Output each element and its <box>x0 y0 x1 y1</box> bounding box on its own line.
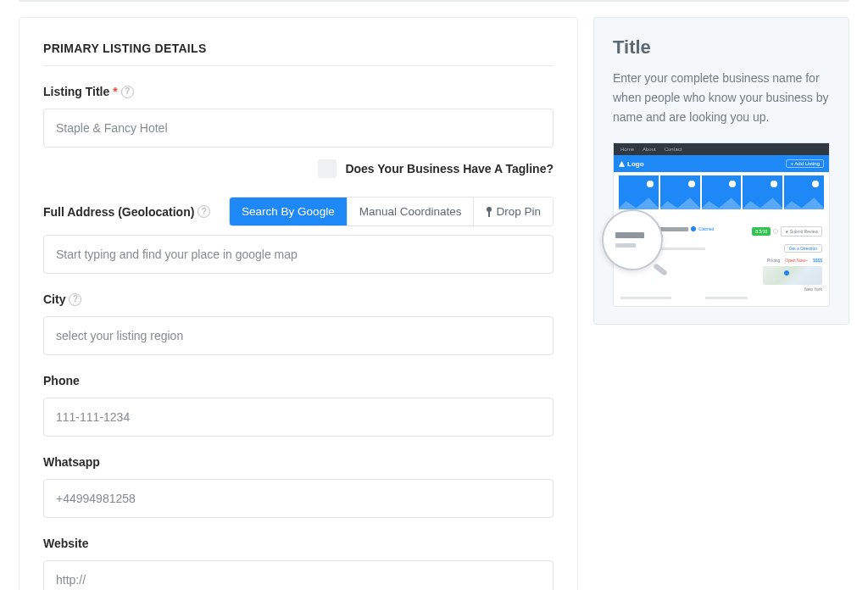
address-input[interactable] <box>43 235 554 274</box>
image-placeholder-icon <box>660 175 700 209</box>
city-label-text: City <box>43 292 65 306</box>
verified-badge-icon <box>691 226 696 231</box>
preview-illustration: HomeAboutContact Logo + Add Listing Home… <box>613 142 830 307</box>
tagline-label: Does Your Business Have A Tagline? <box>345 162 554 175</box>
help-sidebar: Title Enter your complete business name … <box>593 17 849 325</box>
illus-line <box>705 297 748 299</box>
full-address-label: Full Address (Geolocation) ? <box>43 205 210 219</box>
illus-map <box>763 266 822 285</box>
illus-add-button: + Add Listing <box>786 159 824 168</box>
field-phone: Phone <box>43 374 554 437</box>
address-mode-tabs: Search By Google Manual Coordinates Drop… <box>229 197 554 226</box>
primary-listing-panel: PRIMARY LISTING DETAILS Listing Title * … <box>19 17 578 590</box>
phone-input[interactable] <box>43 398 554 437</box>
illus-tag-pricing: Pricing <box>767 258 780 263</box>
city-input[interactable] <box>43 316 554 355</box>
illus-line <box>620 297 671 299</box>
illus-claimed: Claimed <box>698 226 714 231</box>
whatsapp-input[interactable] <box>43 479 554 518</box>
section-header: PRIMARY LISTING DETAILS <box>43 42 554 66</box>
field-city: City ? <box>43 292 554 355</box>
illus-gallery <box>614 172 829 214</box>
field-full-address: Full Address (Geolocation) ? Search By G… <box>43 197 554 274</box>
tab-drop-pin-label: Drop Pin <box>496 205 541 218</box>
illus-review-chip: ★ Submit Review <box>781 226 822 237</box>
help-icon[interactable]: ? <box>69 293 81 306</box>
heart-icon <box>773 229 778 234</box>
illus-header: Logo + Add Listing <box>614 155 829 172</box>
website-input[interactable] <box>43 560 554 590</box>
city-label: City ? <box>43 292 554 306</box>
illus-rating-chip: 8.5/10 <box>752 227 771 236</box>
whatsapp-label: Whatsapp <box>43 455 554 469</box>
listing-title-label: Listing Title * ? <box>43 85 554 98</box>
website-label: Website <box>43 537 554 550</box>
sidebar-description: Enter your complete business name for wh… <box>613 69 830 127</box>
illus-tag-open: Open Now~ <box>785 258 808 263</box>
required-star-icon: * <box>113 85 117 98</box>
illus-logo: Logo <box>619 160 644 168</box>
sidebar-title: Title <box>613 36 830 58</box>
image-placeholder-icon <box>784 175 824 209</box>
field-whatsapp: Whatsapp <box>43 455 554 518</box>
tab-manual-coordinates[interactable]: Manual Coordinates <box>347 198 474 225</box>
phone-label: Phone <box>43 374 554 387</box>
magnifier-icon <box>602 209 663 270</box>
field-listing-title: Listing Title * ? Does Your Business Hav… <box>43 85 554 178</box>
illus-map-label: New York <box>804 287 822 292</box>
tab-drop-pin[interactable]: Drop Pin <box>473 198 553 225</box>
help-icon[interactable]: ? <box>121 86 134 98</box>
illus-topbar: HomeAboutContact <box>614 143 829 155</box>
image-placeholder-icon <box>743 175 782 209</box>
tagline-checkbox[interactable] <box>318 159 337 178</box>
tab-search-google[interactable]: Search By Google <box>230 198 347 225</box>
full-address-label-text: Full Address (Geolocation) <box>43 205 194 219</box>
field-website: Website <box>43 537 554 590</box>
help-icon[interactable]: ? <box>198 205 210 218</box>
listing-title-label-text: Listing Title <box>43 85 109 98</box>
listing-title-input[interactable] <box>43 109 554 148</box>
image-placeholder-icon <box>619 175 659 209</box>
image-placeholder-icon <box>702 175 742 209</box>
illus-direction-button: Get a Direction <box>784 244 822 253</box>
pin-icon <box>486 207 492 217</box>
